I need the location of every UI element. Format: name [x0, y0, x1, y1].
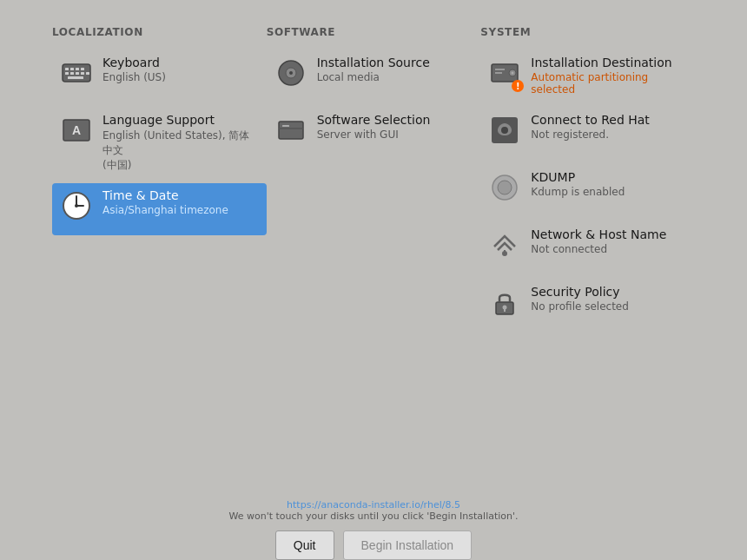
- security-subtitle: No profile selected: [531, 300, 629, 313]
- svg-point-34: [503, 306, 507, 310]
- svg-rect-8: [81, 72, 84, 75]
- svg-rect-3: [76, 68, 79, 70]
- kdump-subtitle: Kdump is enabled: [531, 186, 625, 198]
- kdump-text: KDUMP Kdump is enabled: [531, 170, 625, 198]
- item-network[interactable]: Network & Host Name Not connected: [480, 222, 695, 274]
- redhat-icon: [487, 113, 522, 148]
- svg-rect-5: [65, 72, 69, 75]
- keyboard-subtitle: English (US): [102, 71, 166, 83]
- connect-redhat-text: Connect to Red Hat Not registered.: [531, 113, 650, 141]
- svg-point-19: [289, 71, 293, 75]
- time-icon: [59, 188, 94, 223]
- section-localization-title: LOCALIZATION: [52, 26, 267, 38]
- svg-point-31: [498, 181, 512, 194]
- item-connect-redhat[interactable]: Connect to Red Hat Not registered.: [480, 108, 695, 160]
- connect-redhat-title: Connect to Red Hat: [531, 113, 650, 127]
- language-text: Language Support English (United States)…: [102, 113, 260, 173]
- item-install-dest[interactable]: ! Installation Destination Automatic par…: [480, 50, 695, 102]
- install-dest-title: Installation Destination: [531, 56, 688, 69]
- item-software-selection[interactable]: Software Selection Server with GUI: [267, 108, 481, 160]
- section-software: SOFTWARE Installation Source Local media: [267, 26, 481, 337]
- svg-rect-1: [65, 68, 69, 70]
- security-text: Security Policy No profile selected: [531, 285, 629, 313]
- network-title: Network & Host Name: [531, 227, 666, 241]
- language-icon: A: [59, 113, 94, 148]
- network-icon: [487, 227, 522, 262]
- install-source-subtitle: Local media: [317, 71, 430, 83]
- svg-text:A: A: [72, 123, 81, 137]
- lock-icon: [487, 285, 522, 320]
- install-source-text: Installation Source Local media: [317, 56, 430, 83]
- item-language[interactable]: A Language Support English (United State…: [52, 108, 267, 178]
- svg-rect-4: [81, 68, 84, 70]
- url-text: https://anaconda-installer.io/rhel/8.5: [287, 499, 460, 511]
- item-security[interactable]: Security Policy No profile selected: [480, 280, 695, 332]
- section-system: SYSTEM ! Installation Destination Automa…: [480, 26, 695, 337]
- connect-redhat-subtitle: Not registered.: [531, 128, 650, 141]
- disc-icon: [274, 56, 308, 90]
- item-datetime[interactable]: Time & Date Asia/Shanghai timezone: [52, 183, 267, 235]
- language-subtitle: English (United States), 简体中文(中国): [102, 128, 260, 173]
- main-content: LOCALIZATION: [0, 0, 747, 337]
- install-source-title: Installation Source: [317, 56, 430, 69]
- software-selection-title: Software Selection: [317, 113, 431, 127]
- hdd-icon: !: [487, 56, 522, 90]
- item-keyboard[interactable]: Keyboard English (US): [52, 50, 267, 102]
- install-dest-subtitle: Automatic partitioning selected: [531, 71, 688, 96]
- buttons-row: Quit Begin Installation: [275, 530, 472, 560]
- begin-installation-button[interactable]: Begin Installation: [343, 530, 473, 560]
- svg-rect-7: [76, 72, 79, 75]
- item-kdump[interactable]: KDUMP Kdump is enabled: [480, 165, 695, 217]
- security-title: Security Policy: [531, 285, 629, 299]
- software-selection-text: Software Selection Server with GUI: [317, 113, 431, 141]
- item-install-source[interactable]: Installation Source Local media: [267, 50, 481, 102]
- quit-button[interactable]: Quit: [275, 530, 334, 560]
- section-system-title: SYSTEM: [480, 26, 695, 38]
- install-dest-text: Installation Destination Automatic parti…: [531, 56, 688, 96]
- svg-rect-2: [70, 68, 74, 70]
- keyboard-title: Keyboard: [102, 56, 166, 69]
- datetime-title: Time & Date: [102, 188, 228, 202]
- hint-text: We won't touch your disks until you clic…: [228, 511, 518, 522]
- datetime-text: Time & Date Asia/Shanghai timezone: [102, 188, 228, 216]
- svg-rect-6: [70, 72, 74, 75]
- software-selection-subtitle: Server with GUI: [317, 128, 431, 141]
- svg-rect-20: [279, 122, 303, 139]
- section-localization: LOCALIZATION: [52, 26, 267, 337]
- warning-badge: !: [512, 80, 524, 92]
- section-software-title: SOFTWARE: [267, 26, 481, 38]
- datetime-subtitle: Asia/Shanghai timezone: [102, 204, 228, 216]
- bottom-bar: https://anaconda-installer.io/rhel/8.5 W…: [0, 491, 747, 560]
- language-title: Language Support: [102, 113, 260, 127]
- package-icon: [274, 113, 308, 148]
- sections-container: LOCALIZATION: [52, 26, 695, 337]
- kdump-icon: [487, 170, 522, 205]
- keyboard-icon: [59, 56, 94, 90]
- svg-rect-9: [86, 72, 89, 75]
- network-text: Network & Host Name Not connected: [531, 227, 666, 255]
- kdump-title: KDUMP: [531, 170, 625, 184]
- svg-rect-10: [68, 76, 83, 79]
- network-subtitle: Not connected: [531, 243, 666, 255]
- svg-point-25: [512, 72, 514, 75]
- svg-point-16: [75, 204, 78, 208]
- svg-rect-22: [282, 125, 289, 127]
- keyboard-text: Keyboard English (US): [102, 56, 166, 83]
- svg-point-29: [501, 127, 508, 134]
- hint-area: https://anaconda-installer.io/rhel/8.5 W…: [228, 499, 518, 522]
